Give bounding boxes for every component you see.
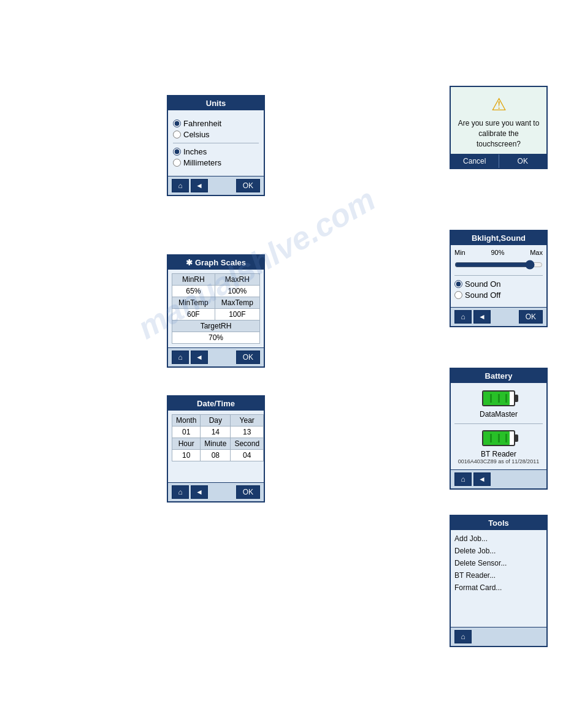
- battery-line-3: [505, 394, 507, 403]
- bklight-sound-header: Bklight,Sound: [451, 231, 546, 245]
- target-rh-value[interactable]: 70%: [172, 332, 260, 344]
- fahrenheit-row[interactable]: Fahrenheit: [173, 119, 259, 128]
- battery-line-2: [498, 394, 500, 403]
- bklight-home-button[interactable]: ⌂: [454, 310, 472, 324]
- datetime-panel: Date/Time Month Day Year 01 14 13 Hour M…: [167, 395, 265, 502]
- tools-format-card[interactable]: Format Card...: [451, 582, 546, 594]
- brightness-max-label: Max: [530, 249, 543, 256]
- day-value[interactable]: 14: [201, 427, 231, 438]
- max-rh-header: MaxRH: [215, 274, 259, 286]
- calibrate-message: Are you sure you want to calibrate the t…: [457, 118, 540, 149]
- min-rh-value[interactable]: 65%: [172, 286, 215, 297]
- min-temp-value[interactable]: 60F: [172, 309, 215, 320]
- datamaster-battery-lines: [483, 392, 514, 405]
- calibrate-footer: Cancel OK: [451, 154, 546, 168]
- target-rh-header: TargetRH: [172, 320, 260, 332]
- hour-value[interactable]: 10: [172, 450, 201, 461]
- battery-footer: ⌂ ◄: [451, 469, 546, 488]
- bklight-sound-panel: Bklight,Sound Min 90% Max Sound On Sound…: [450, 230, 548, 327]
- millimeters-row[interactable]: Millimeters: [173, 158, 259, 167]
- graph-scales-back-button[interactable]: ◄: [191, 351, 208, 364]
- celsius-row[interactable]: Celsius: [173, 130, 259, 139]
- tools-bt-reader[interactable]: BT Reader...: [451, 569, 546, 582]
- second-header: Second: [231, 438, 264, 450]
- bt-reader-battery-icon: [482, 430, 515, 446]
- day-header: Day: [201, 415, 231, 427]
- sound-on-row[interactable]: Sound On: [454, 279, 543, 289]
- celsius-radio[interactable]: [173, 131, 181, 138]
- bklight-sound-footer: ⌂ ◄ OK: [451, 307, 546, 326]
- units-back-button[interactable]: ◄: [191, 179, 208, 192]
- units-panel-header: Units: [168, 96, 264, 110]
- month-value[interactable]: 01: [172, 427, 201, 438]
- calibrate-ok-button[interactable]: OK: [499, 154, 547, 168]
- units-panel: Units Fahrenheit Celsius Inches Millimet…: [167, 95, 265, 196]
- bklight-back-button[interactable]: ◄: [473, 310, 491, 324]
- datetime-footer: ⌂ ◄ OK: [168, 482, 264, 501]
- units-home-button[interactable]: ⌂: [172, 179, 189, 192]
- battery-divider: [454, 423, 543, 424]
- datetime-ok-button[interactable]: OK: [236, 485, 260, 499]
- datetime-home-button[interactable]: ⌂: [172, 485, 189, 499]
- battery-line-1: [490, 394, 492, 403]
- tools-delete-job[interactable]: Delete Job...: [451, 545, 546, 557]
- datamaster-battery-icon: [482, 390, 515, 406]
- tools-add-job[interactable]: Add Job...: [451, 533, 546, 545]
- millimeters-radio[interactable]: [173, 159, 181, 167]
- fahrenheit-label: Fahrenheit: [183, 119, 221, 128]
- max-temp-value[interactable]: 100F: [215, 309, 259, 320]
- bluetooth-icon: ✱: [186, 258, 193, 267]
- hour-header: Hour: [172, 438, 201, 450]
- sound-off-radio[interactable]: [454, 291, 462, 299]
- brightness-slider[interactable]: [454, 260, 543, 270]
- brightness-slider-container[interactable]: [454, 260, 543, 271]
- bklight-ok-button[interactable]: OK: [519, 310, 543, 324]
- battery-back-button[interactable]: ◄: [473, 472, 491, 486]
- bt-reader-battery-section: BT Reader 0016A403CZ89 as of 11/28/2011: [454, 428, 543, 464]
- bt-reader-label: BT Reader: [454, 450, 543, 458]
- calibrate-cancel-button[interactable]: Cancel: [451, 154, 499, 168]
- tools-delete-sensor[interactable]: Delete Sensor...: [451, 557, 546, 569]
- units-footer: ⌂ ◄ OK: [168, 176, 264, 195]
- graph-scales-ok-button[interactable]: OK: [236, 351, 260, 364]
- tools-home-button[interactable]: ⌂: [454, 630, 472, 643]
- datetime-header: Date/Time: [168, 396, 264, 411]
- graph-scales-table: MinRH MaxRH 65% 100% MinTemp MaxTemp 60F…: [172, 273, 260, 344]
- battery-panel: Battery DataMaster: [450, 368, 548, 490]
- graph-scales-header: ✱Graph Scales: [168, 256, 264, 270]
- calibrate-dialog: ⚠ Are you sure you want to calibrate the…: [450, 86, 548, 169]
- brightness-value: 90%: [491, 249, 504, 256]
- second-value[interactable]: 04: [231, 450, 264, 461]
- sound-divider: [454, 275, 543, 276]
- calibrate-body: ⚠ Are you sure you want to calibrate the…: [451, 87, 546, 154]
- sound-off-row[interactable]: Sound Off: [454, 290, 543, 300]
- units-ok-button[interactable]: OK: [236, 179, 260, 192]
- millimeters-label: Millimeters: [183, 158, 221, 167]
- minute-header: Minute: [201, 438, 231, 450]
- bt-reader-battery-lines: [483, 431, 514, 445]
- year-header: Year: [231, 415, 264, 427]
- battery-header: Battery: [451, 369, 546, 383]
- celsius-label: Celsius: [183, 130, 210, 139]
- datamaster-battery-section: DataMaster: [454, 388, 543, 419]
- graph-scales-panel: ✱Graph Scales MinRH MaxRH 65% 100% MinTe…: [167, 254, 265, 368]
- sound-off-label: Sound Off: [465, 290, 500, 300]
- year-value[interactable]: 13: [231, 427, 264, 438]
- max-rh-value[interactable]: 100%: [215, 286, 259, 297]
- sound-on-radio[interactable]: [454, 280, 462, 288]
- warning-icon: ⚠: [457, 94, 540, 115]
- minute-value[interactable]: 08: [201, 450, 231, 461]
- bt-reader-info: 0016A403CZ89 as of 11/28/2011: [454, 458, 543, 464]
- inches-row[interactable]: Inches: [173, 147, 259, 156]
- datetime-back-button[interactable]: ◄: [191, 485, 208, 499]
- inches-radio[interactable]: [173, 148, 181, 156]
- brightness-labels: Min 90% Max: [454, 249, 543, 256]
- graph-scales-home-button[interactable]: ⌂: [172, 351, 189, 364]
- brightness-min-label: Min: [454, 249, 465, 256]
- battery-home-button[interactable]: ⌂: [454, 472, 472, 486]
- inches-label: Inches: [183, 147, 207, 156]
- units-divider: [173, 143, 259, 143]
- max-temp-header: MaxTemp: [215, 297, 259, 309]
- min-temp-header: MinTemp: [172, 297, 215, 309]
- fahrenheit-radio[interactable]: [173, 119, 181, 127]
